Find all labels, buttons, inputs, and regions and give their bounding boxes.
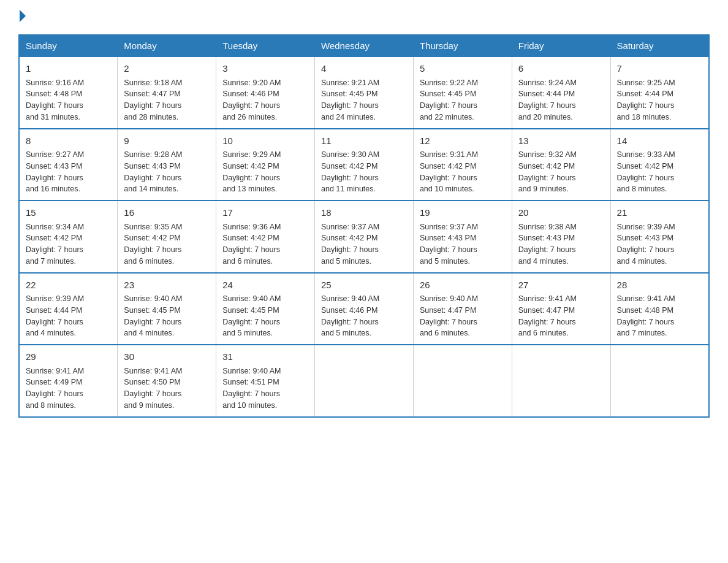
cell-sunrise: Sunrise: 9:34 AM: [26, 223, 84, 231]
cell-daylight-mins: and 5 minutes.: [420, 257, 470, 266]
cell-daylight-hours: Daylight: 7 hours: [222, 101, 280, 110]
cell-sunrise: Sunrise: 9:16 AM: [26, 79, 84, 87]
day-number: 31: [222, 350, 308, 364]
weekday-header-wednesday: Wednesday: [315, 35, 414, 56]
calendar-cell: 4Sunrise: 9:21 AMSunset: 4:45 PMDaylight…: [315, 56, 414, 129]
cell-daylight-hours: Daylight: 7 hours: [617, 318, 675, 326]
cell-daylight-hours: Daylight: 7 hours: [321, 318, 379, 326]
cell-sunrise: Sunrise: 9:40 AM: [420, 294, 478, 303]
cell-sunrise: Sunrise: 9:36 AM: [222, 223, 281, 231]
cell-daylight-hours: Daylight: 7 hours: [321, 101, 379, 110]
cell-sunrise: Sunrise: 9:38 AM: [518, 223, 577, 231]
day-number: 10: [222, 134, 308, 148]
cell-sunrise: Sunrise: 9:39 AM: [617, 223, 675, 231]
day-number: 3: [222, 62, 308, 76]
cell-sunrise: Sunrise: 9:24 AM: [518, 79, 577, 87]
calendar-cell: 24Sunrise: 9:40 AMSunset: 4:45 PMDayligh…: [216, 273, 315, 345]
calendar-cell: 27Sunrise: 9:41 AMSunset: 4:47 PMDayligh…: [512, 273, 610, 345]
cell-daylight-mins: and 6 minutes.: [518, 329, 569, 337]
day-number: 13: [518, 134, 604, 148]
cell-sunrise: Sunrise: 9:29 AM: [222, 150, 281, 159]
cell-sunrise: Sunrise: 9:20 AM: [222, 79, 281, 87]
cell-daylight-hours: Daylight: 7 hours: [124, 174, 181, 182]
cell-daylight-hours: Daylight: 7 hours: [124, 101, 181, 110]
cell-sunset: Sunset: 4:42 PM: [518, 162, 575, 170]
cell-sunrise: Sunrise: 9:40 AM: [222, 367, 281, 375]
cell-daylight-mins: and 5 minutes.: [321, 329, 371, 337]
calendar-week-row: 8Sunrise: 9:27 AMSunset: 4:43 PMDaylight…: [19, 129, 709, 201]
cell-sunset: Sunset: 4:48 PM: [26, 90, 82, 98]
day-number: 26: [420, 278, 506, 293]
cell-daylight-hours: Daylight: 7 hours: [518, 318, 576, 326]
weekday-header-saturday: Saturday: [610, 35, 709, 56]
calendar-cell: 16Sunrise: 9:35 AMSunset: 4:42 PMDayligh…: [118, 201, 216, 273]
cell-daylight-hours: Daylight: 7 hours: [124, 318, 181, 326]
calendar-week-row: 22Sunrise: 9:39 AMSunset: 4:44 PMDayligh…: [19, 273, 709, 345]
cell-sunset: Sunset: 4:43 PM: [26, 162, 82, 170]
cell-sunset: Sunset: 4:49 PM: [26, 378, 82, 386]
cell-sunrise: Sunrise: 9:18 AM: [124, 79, 182, 87]
calendar-cell: 20Sunrise: 9:38 AMSunset: 4:43 PMDayligh…: [512, 201, 610, 273]
cell-daylight-hours: Daylight: 7 hours: [617, 245, 675, 254]
cell-daylight-hours: Daylight: 7 hours: [26, 245, 83, 254]
calendar-cell: 23Sunrise: 9:40 AMSunset: 4:45 PMDayligh…: [118, 273, 216, 345]
day-number: 27: [518, 278, 604, 293]
day-number: 22: [26, 278, 111, 293]
cell-daylight-hours: Daylight: 7 hours: [222, 174, 280, 182]
cell-sunset: Sunset: 4:42 PM: [420, 162, 476, 170]
cell-daylight-hours: Daylight: 7 hours: [518, 174, 576, 182]
cell-sunrise: Sunrise: 9:28 AM: [124, 150, 182, 159]
cell-daylight-mins: and 14 minutes.: [124, 185, 178, 193]
day-number: 14: [617, 134, 702, 148]
calendar-table: SundayMondayTuesdayWednesdayThursdayFrid…: [18, 34, 710, 418]
cell-sunrise: Sunrise: 9:40 AM: [124, 294, 182, 303]
cell-daylight-mins: and 8 minutes.: [617, 185, 667, 193]
cell-daylight-hours: Daylight: 7 hours: [617, 174, 675, 182]
calendar-cell: 1Sunrise: 9:16 AMSunset: 4:48 PMDaylight…: [19, 56, 118, 129]
page-header: [18, 12, 710, 22]
cell-daylight-hours: Daylight: 7 hours: [420, 245, 477, 254]
cell-sunrise: Sunrise: 9:31 AM: [420, 150, 478, 159]
calendar-cell: 22Sunrise: 9:39 AMSunset: 4:44 PMDayligh…: [19, 273, 118, 345]
cell-sunrise: Sunrise: 9:40 AM: [321, 294, 379, 303]
calendar-cell: 10Sunrise: 9:29 AMSunset: 4:42 PMDayligh…: [216, 129, 315, 201]
cell-sunrise: Sunrise: 9:41 AM: [124, 367, 182, 375]
cell-sunset: Sunset: 4:43 PM: [420, 234, 476, 242]
cell-daylight-mins: and 24 minutes.: [321, 113, 376, 121]
cell-sunrise: Sunrise: 9:37 AM: [321, 223, 379, 231]
cell-sunrise: Sunrise: 9:41 AM: [518, 294, 577, 303]
cell-sunrise: Sunrise: 9:22 AM: [420, 79, 478, 87]
cell-sunset: Sunset: 4:46 PM: [321, 306, 377, 315]
calendar-cell: 15Sunrise: 9:34 AMSunset: 4:42 PMDayligh…: [19, 201, 118, 273]
weekday-header-monday: Monday: [118, 35, 216, 56]
calendar-cell: 13Sunrise: 9:32 AMSunset: 4:42 PMDayligh…: [512, 129, 610, 201]
day-number: 16: [124, 206, 210, 220]
cell-daylight-mins: and 22 minutes.: [420, 113, 474, 121]
cell-sunrise: Sunrise: 9:33 AM: [617, 150, 675, 159]
weekday-header-sunday: Sunday: [19, 35, 118, 56]
calendar-cell: 28Sunrise: 9:41 AMSunset: 4:48 PMDayligh…: [610, 273, 709, 345]
day-number: 21: [617, 206, 702, 220]
cell-daylight-hours: Daylight: 7 hours: [222, 389, 280, 398]
cell-sunrise: Sunrise: 9:27 AM: [26, 150, 84, 159]
cell-sunrise: Sunrise: 9:40 AM: [222, 294, 281, 303]
cell-daylight-mins: and 31 minutes.: [26, 113, 80, 121]
cell-sunrise: Sunrise: 9:41 AM: [26, 367, 84, 375]
cell-daylight-mins: and 10 minutes.: [420, 185, 474, 193]
calendar-cell: 30Sunrise: 9:41 AMSunset: 4:50 PMDayligh…: [118, 345, 216, 417]
cell-daylight-mins: and 18 minutes.: [617, 113, 672, 121]
cell-daylight-hours: Daylight: 7 hours: [222, 245, 280, 254]
cell-sunrise: Sunrise: 9:25 AM: [617, 79, 675, 87]
cell-daylight-mins: and 8 minutes.: [26, 401, 76, 410]
cell-sunset: Sunset: 4:42 PM: [321, 162, 377, 170]
cell-sunset: Sunset: 4:42 PM: [321, 234, 377, 242]
cell-sunrise: Sunrise: 9:35 AM: [124, 223, 182, 231]
cell-daylight-hours: Daylight: 7 hours: [321, 174, 379, 182]
calendar-cell: [512, 345, 610, 417]
cell-daylight-mins: and 4 minutes.: [26, 329, 76, 337]
cell-daylight-hours: Daylight: 7 hours: [420, 101, 477, 110]
cell-daylight-mins: and 11 minutes.: [321, 185, 376, 193]
cell-daylight-mins: and 4 minutes.: [617, 257, 667, 266]
calendar-cell: 9Sunrise: 9:28 AMSunset: 4:43 PMDaylight…: [118, 129, 216, 201]
calendar-cell: 26Sunrise: 9:40 AMSunset: 4:47 PMDayligh…: [413, 273, 512, 345]
